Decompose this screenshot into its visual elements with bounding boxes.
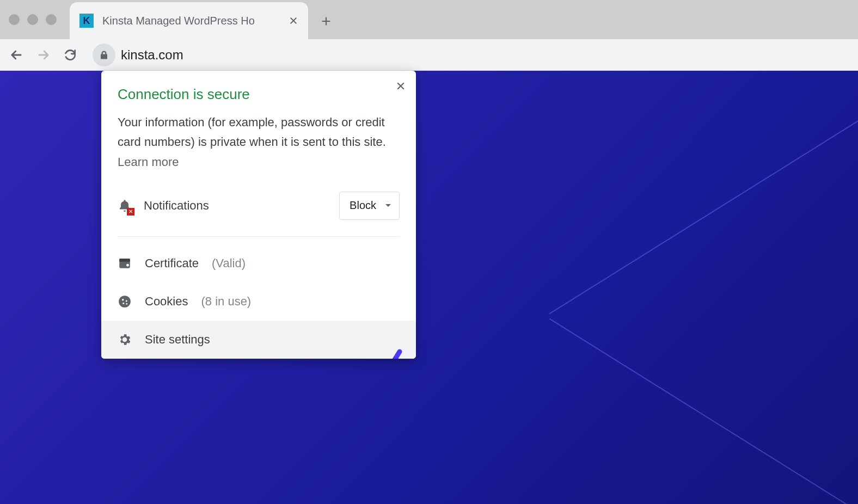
back-button[interactable]	[9, 47, 24, 63]
certificate-label: Certificate	[145, 256, 199, 271]
close-icon	[289, 16, 298, 26]
caret-down-icon	[385, 204, 391, 208]
cookies-status: (8 in use)	[201, 294, 251, 309]
svg-rect-1	[119, 259, 130, 261]
svg-point-2	[126, 264, 129, 267]
site-info-popover: Connection is secure Your information (f…	[101, 71, 416, 359]
gear-icon	[118, 333, 132, 347]
browser-tab[interactable]: K Kinsta Managed WordPress Ho	[70, 2, 308, 39]
window-close-button[interactable]	[9, 14, 20, 25]
arrow-left-icon	[9, 47, 24, 63]
svg-point-6	[122, 303, 124, 304]
notifications-value: Block	[350, 199, 376, 212]
tab-favicon: K	[79, 14, 94, 28]
connection-secure-title: Connection is secure	[118, 86, 400, 103]
decorative-line	[549, 112, 858, 315]
reload-button[interactable]	[63, 48, 77, 62]
learn-more-link[interactable]: Learn more	[118, 155, 179, 169]
connection-secure-description: Your information (for example, passwords…	[118, 113, 400, 172]
browser-toolbar: kinsta.com	[0, 39, 858, 71]
site-settings-label: Site settings	[145, 333, 210, 347]
svg-point-4	[122, 299, 124, 300]
tab-close-button[interactable]	[289, 16, 298, 26]
description-text: Your information (for example, passwords…	[118, 115, 386, 149]
cookies-row[interactable]: Cookies (8 in use)	[101, 282, 416, 321]
notifications-select[interactable]: Block	[339, 192, 400, 220]
bell-blocked-icon: ✕	[118, 199, 132, 213]
close-icon	[395, 81, 406, 91]
decorative-line	[549, 318, 858, 504]
svg-point-5	[126, 300, 127, 302]
page-content: Connection is secure Your information (f…	[0, 71, 858, 504]
tab-title: Kinsta Managed WordPress Ho	[102, 15, 280, 27]
address-bar[interactable]: kinsta.com	[89, 43, 849, 67]
arrow-right-icon	[36, 47, 51, 63]
cookie-icon	[118, 294, 132, 309]
notifications-permission-row: ✕ Notifications Block	[118, 192, 400, 237]
tab-strip: K Kinsta Managed WordPress Ho	[0, 0, 858, 39]
url-text: kinsta.com	[121, 47, 183, 63]
svg-point-7	[126, 303, 127, 305]
certificate-row[interactable]: Certificate (Valid)	[101, 244, 416, 282]
notifications-label: Notifications	[144, 199, 209, 213]
window-minimize-button[interactable]	[27, 14, 38, 25]
window-zoom-button[interactable]	[46, 14, 57, 25]
lock-icon	[99, 50, 109, 60]
new-tab-button[interactable]	[314, 9, 339, 34]
popover-list: Certificate (Valid) Cookies (8 in use) S…	[101, 237, 416, 359]
favicon-letter: K	[83, 15, 90, 27]
reload-icon	[63, 48, 77, 62]
plus-icon	[320, 15, 332, 27]
cookies-label: Cookies	[145, 294, 188, 309]
window-controls	[9, 14, 57, 25]
blocked-badge-icon: ✕	[127, 208, 134, 216]
site-info-button[interactable]	[93, 44, 115, 66]
svg-point-3	[119, 296, 131, 308]
certificate-icon	[118, 256, 132, 271]
popover-close-button[interactable]	[395, 81, 406, 91]
certificate-status: (Valid)	[212, 256, 246, 271]
site-settings-row[interactable]: Site settings	[101, 321, 416, 359]
forward-button[interactable]	[36, 47, 51, 63]
